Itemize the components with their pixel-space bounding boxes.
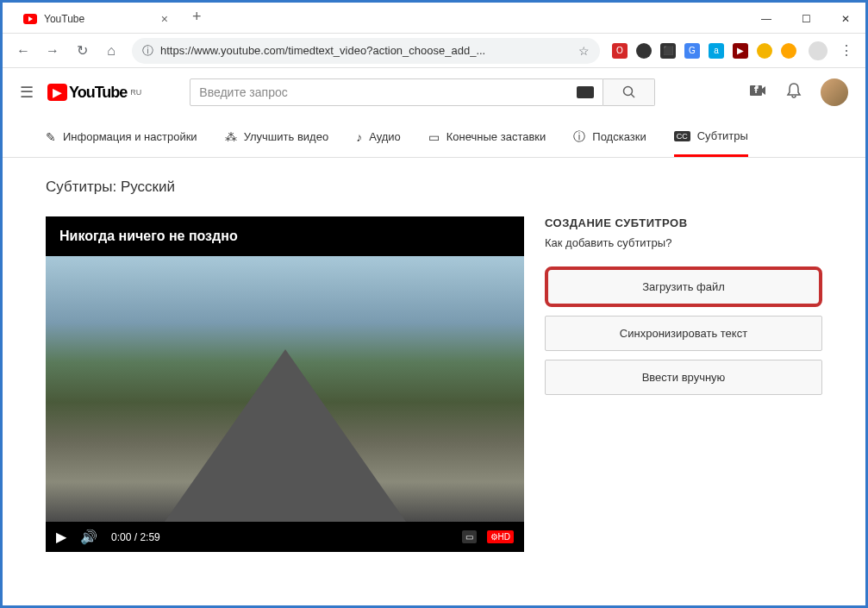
video-controls: ▶ 🔊 0:00 / 2:59 ▭ ⚙HD — [46, 522, 524, 552]
video-preview: Никогда ничего не поздно ▶ 🔊 0:00 / 2:59… — [46, 216, 524, 552]
search-button[interactable] — [603, 78, 655, 106]
upload-file-button[interactable]: Загрузить файл — [545, 266, 822, 307]
forward-button[interactable]: → — [44, 43, 61, 59]
close-button[interactable]: ✕ — [826, 5, 865, 33]
search-box: Введите запрос — [190, 78, 655, 106]
tab-close-icon[interactable]: × — [161, 12, 168, 26]
ext-icon-4[interactable]: G — [684, 43, 700, 59]
page-content: Субтитры: Русский Никогда ничего не позд… — [3, 158, 865, 573]
video-time: 0:00 / 2:59 — [111, 531, 160, 543]
search-input[interactable]: Введите запрос — [190, 78, 603, 106]
tab-label: Улучшить видео — [244, 130, 329, 143]
ext-icon-2[interactable] — [636, 43, 652, 59]
browser-titlebar: YouTube × + — ☐ ✕ — [3, 3, 865, 34]
site-info-icon[interactable]: ⓘ — [142, 43, 153, 59]
url-text: https://www.youtube.com/timedtext_video?… — [160, 44, 571, 57]
wand-icon: ⁂ — [225, 130, 237, 144]
tab-cards[interactable]: ⓘ Подсказки — [573, 117, 646, 157]
opera-ext-icon[interactable]: O — [612, 43, 628, 59]
cc-icon: CC — [674, 131, 690, 141]
youtube-play-icon: ▶ — [47, 84, 67, 101]
profile-avatar[interactable] — [809, 41, 827, 60]
tab-audio[interactable]: ♪ Аудио — [356, 118, 401, 156]
sync-text-button[interactable]: Синхронизировать текст — [545, 316, 822, 351]
play-button[interactable]: ▶ — [56, 529, 66, 545]
browser-tab[interactable]: YouTube × — [9, 5, 182, 33]
tab-title: YouTube — [44, 13, 154, 25]
pencil-icon: ✎ — [46, 130, 56, 144]
url-input[interactable]: ⓘ https://www.youtube.com/timedtext_vide… — [132, 38, 600, 64]
tab-info[interactable]: ✎ Информация и настройки — [46, 118, 197, 156]
youtube-logo[interactable]: ▶ YouTube RU — [47, 84, 141, 102]
ext-icon-8[interactable] — [781, 43, 796, 59]
extensions-area: O ⬛ G a ▶ — [612, 43, 796, 59]
video-player[interactable] — [46, 256, 524, 522]
browser-menu-icon[interactable]: ⋮ — [840, 42, 853, 59]
notifications-icon[interactable] — [786, 82, 802, 103]
upload-icon[interactable]: + — [750, 84, 767, 102]
video-title: Никогда ничего не поздно — [46, 216, 524, 256]
music-note-icon: ♪ — [356, 130, 362, 144]
youtube-logo-text: YouTube — [69, 84, 127, 102]
search-placeholder: Введите запрос — [199, 85, 287, 99]
settings-button[interactable]: ⚙HD — [487, 530, 514, 543]
tab-subtitles[interactable]: CC Субтитры — [674, 117, 748, 157]
ext-icon-5[interactable]: a — [709, 43, 724, 59]
tab-label: Аудио — [369, 130, 401, 143]
minimize-button[interactable]: — — [746, 5, 786, 33]
youtube-region: RU — [130, 88, 141, 97]
tab-enhance[interactable]: ⁂ Улучшить видео — [225, 118, 329, 156]
tab-endscreens[interactable]: ▭ Конечные заставки — [428, 118, 546, 156]
subtitles-sidebar: СОЗДАНИЕ СУБТИТРОВ Как добавить субтитры… — [545, 216, 822, 552]
editor-tabs: ✎ Информация и настройки ⁂ Улучшить виде… — [3, 116, 865, 158]
ext-icon-6[interactable]: ▶ — [733, 43, 748, 59]
ext-icon-3[interactable]: ⬛ — [660, 43, 676, 59]
user-avatar[interactable] — [821, 78, 848, 106]
page-title: Субтитры: Русский — [46, 179, 822, 196]
tab-label: Информация и настройки — [63, 130, 197, 143]
sidebar-question: Как добавить субтитры? — [545, 236, 822, 249]
cc-toggle-button[interactable]: ▭ — [462, 530, 477, 543]
hamburger-menu-icon[interactable]: ☰ — [20, 83, 34, 102]
tab-label: Подсказки — [592, 130, 646, 143]
maximize-button[interactable]: ☐ — [786, 5, 826, 33]
address-bar: ← → ↻ ⌂ ⓘ https://www.youtube.com/timedt… — [3, 34, 865, 68]
info-circle-icon: ⓘ — [573, 129, 585, 145]
volume-button[interactable]: 🔊 — [80, 529, 97, 545]
tab-label: Субтитры — [697, 129, 748, 142]
manual-entry-button[interactable]: Ввести вручную — [545, 360, 822, 395]
youtube-header: ☰ ▶ YouTube RU Введите запрос + — [3, 68, 865, 116]
tab-label: Конечные заставки — [446, 130, 546, 143]
youtube-favicon — [23, 12, 37, 26]
back-button[interactable]: ← — [15, 43, 32, 59]
reload-button[interactable]: ↻ — [73, 42, 91, 59]
bookmark-icon[interactable]: ☆ — [578, 44, 590, 58]
keyboard-icon[interactable] — [577, 86, 594, 98]
endscreen-icon: ▭ — [428, 130, 440, 144]
new-tab-button[interactable]: + — [182, 1, 212, 33]
home-button[interactable]: ⌂ — [103, 43, 120, 59]
svg-line-2 — [631, 94, 634, 97]
sidebar-heading: СОЗДАНИЕ СУБТИТРОВ — [545, 216, 822, 229]
svg-text:+: + — [754, 86, 759, 94]
ext-icon-7[interactable] — [757, 43, 772, 59]
